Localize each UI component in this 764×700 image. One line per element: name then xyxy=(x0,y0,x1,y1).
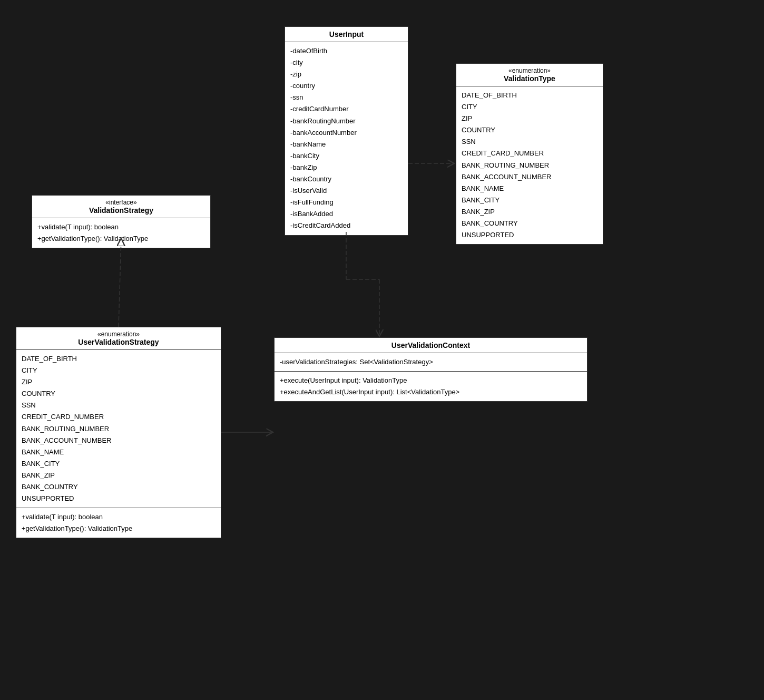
validationstrategy-box: «interface» ValidationStrategy +validate… xyxy=(32,195,211,248)
field-creditcardnumber: -creditCardNumber xyxy=(290,103,403,115)
uvs-country: COUNTRY xyxy=(22,388,216,400)
validationstrategy-header: «interface» ValidationStrategy xyxy=(32,196,210,218)
field-isuservalid: -isUserValid xyxy=(290,185,403,197)
uvs-method-getvalidationtype: +getValidationType(): ValidationType xyxy=(22,523,216,534)
field-bankaccountnumber: -bankAccountNumber xyxy=(290,127,403,139)
field-isfullfunding: -isFullFunding xyxy=(290,197,403,208)
field-bankcountry: -bankCountry xyxy=(290,173,403,185)
realization-arrow xyxy=(119,238,121,327)
vt-city: CITY xyxy=(462,101,598,113)
userinput-box: UserInput -dateOfBirth -city -zip -count… xyxy=(285,26,408,236)
field-isbankadded: -isBankAdded xyxy=(290,208,403,220)
diagram-canvas: UserInput -dateOfBirth -city -zip -count… xyxy=(0,0,764,700)
uvc-method-executeandgetlist: +executeAndGetList(UserInput input): Lis… xyxy=(280,386,582,398)
uservalidationcontext-box: UserValidationContext -userValidationStr… xyxy=(274,337,587,402)
uservalidationcontext-fields: -userValidationStrategies: Set<Validatio… xyxy=(275,353,587,372)
vt-dateofbirth: DATE_OF_BIRTH xyxy=(462,90,598,101)
field-city: -city xyxy=(290,57,403,69)
validationstrategy-classname: ValidationStrategy xyxy=(37,206,205,215)
uservalidationcontext-classname: UserValidationContext xyxy=(280,341,582,349)
vt-bankname: BANK_NAME xyxy=(462,183,598,195)
field-bankroutingnumber: -bankRoutingNumber xyxy=(290,115,403,127)
method-getvalidationtype: +getValidationType(): ValidationType xyxy=(37,233,205,245)
validationstrategy-stereotype: «interface» xyxy=(37,199,205,206)
vt-bankzip: BANK_ZIP xyxy=(462,206,598,218)
vt-bankroutingnumber: BANK_ROUTING_NUMBER xyxy=(462,160,598,171)
field-ssn: -ssn xyxy=(290,92,403,103)
field-bankzip: -bankZip xyxy=(290,162,403,173)
uservalidationstrategy-methods: +validate(T input): boolean +getValidati… xyxy=(16,508,221,538)
field-dateofbirth: -dateOfBirth xyxy=(290,45,403,57)
uservalidationstrategy-values: DATE_OF_BIRTH CITY ZIP COUNTRY SSN CREDI… xyxy=(16,350,221,508)
uvs-unsupported: UNSUPPORTED xyxy=(22,493,216,504)
method-validate: +validate(T input): boolean xyxy=(37,221,205,233)
validationtype-stereotype: «enumeration» xyxy=(462,67,598,74)
uvs-bankroutingnumber: BANK_ROUTING_NUMBER xyxy=(22,423,216,435)
vt-bankaccountnumber: BANK_ACCOUNT_NUMBER xyxy=(462,171,598,183)
uservalidationstrategy-header: «enumeration» UserValidationStrategy xyxy=(16,327,221,350)
uservalidationstrategy-box: «enumeration» UserValidationStrategy DAT… xyxy=(16,327,221,538)
vt-creditcardnumber: CREDIT_CARD_NUMBER xyxy=(462,148,598,159)
uvs-bankcountry: BANK_COUNTRY xyxy=(22,481,216,493)
uvs-bankaccountnumber: BANK_ACCOUNT_NUMBER xyxy=(22,435,216,446)
validationtype-values: DATE_OF_BIRTH CITY ZIP COUNTRY SSN CREDI… xyxy=(456,86,603,244)
uvs-method-validate: +validate(T input): boolean xyxy=(22,511,216,523)
field-iscreditcardadded: -isCreditCardAdded xyxy=(290,220,403,231)
validationtype-box: «enumeration» ValidationType DATE_OF_BIR… xyxy=(456,63,603,245)
field-bankname: -bankName xyxy=(290,139,403,150)
vt-ssn: SSN xyxy=(462,136,598,148)
vt-zip: ZIP xyxy=(462,113,598,124)
uvs-bankname: BANK_NAME xyxy=(22,446,216,458)
uvs-bankcity: BANK_CITY xyxy=(22,458,216,470)
uservalidationcontext-header: UserValidationContext xyxy=(275,338,587,353)
uservalidationstrategy-classname: UserValidationStrategy xyxy=(22,338,216,346)
vt-unsupported: UNSUPPORTED xyxy=(462,229,598,241)
userinput-classname: UserInput xyxy=(290,30,403,38)
uvs-creditcardnumber: CREDIT_CARD_NUMBER xyxy=(22,411,216,423)
field-country: -country xyxy=(290,80,403,92)
uservalidationstrategy-stereotype: «enumeration» xyxy=(22,330,216,338)
validationstrategy-methods: +validate(T input): boolean +getValidati… xyxy=(32,218,210,248)
uvs-city: CITY xyxy=(22,365,216,376)
validationtype-header: «enumeration» ValidationType xyxy=(456,64,603,86)
userinput-header: UserInput xyxy=(285,27,408,42)
uvc-method-execute: +execute(UserInput input): ValidationTyp… xyxy=(280,375,582,386)
uvs-dateofbirth: DATE_OF_BIRTH xyxy=(22,353,216,365)
field-zip: -zip xyxy=(290,69,403,80)
uvs-ssn: SSN xyxy=(22,400,216,411)
field-bankcity: -bankCity xyxy=(290,150,403,162)
vt-bankcountry: BANK_COUNTRY xyxy=(462,218,598,229)
uvs-zip: ZIP xyxy=(22,376,216,388)
uvc-field-strategies: -userValidationStrategies: Set<Validatio… xyxy=(280,356,582,368)
vt-country: COUNTRY xyxy=(462,124,598,136)
uvs-bankzip: BANK_ZIP xyxy=(22,470,216,481)
validationtype-classname: ValidationType xyxy=(462,74,598,83)
userinput-fields: -dateOfBirth -city -zip -country -ssn -c… xyxy=(285,42,408,235)
vt-bankcity: BANK_CITY xyxy=(462,195,598,206)
uservalidationcontext-methods: +execute(UserInput input): ValidationTyp… xyxy=(275,372,587,401)
